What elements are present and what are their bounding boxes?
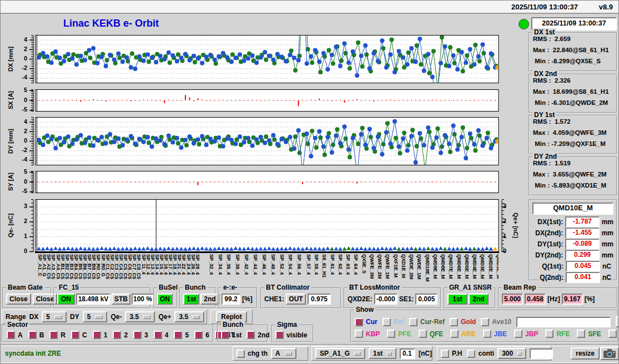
chg-sector-select[interactable]: A [271,348,296,359]
y-tick-label: 1 [14,232,27,239]
resize-button[interactable]: resize [571,347,600,360]
checkbox-4[interactable]: 4 [154,331,169,339]
checkbox-box[interactable] [450,318,458,326]
checkbox-cur[interactable]: Cur [355,318,378,326]
bunch-2nd-button[interactable]: 2nd [200,294,219,305]
checkbox-b[interactable]: B [28,331,44,339]
checkbox-box[interactable] [441,350,449,358]
ref-name-input[interactable] [516,317,611,327]
checkbox-1[interactable]: 1 [93,331,108,339]
bunch-select-group: Bunch 1st 2nd [179,287,216,309]
checkbox-label: Cur-Ref [420,318,445,326]
checkbox-cur-ref[interactable]: Cur-Ref [409,318,445,326]
bpm-x-label: SP_63_4 [345,254,351,275]
checkbox-visible[interactable]: visible [275,331,307,339]
checkbox-5[interactable]: 5 [174,331,189,339]
y-axis-label: DY [mm] [7,117,14,165]
checkbox-box[interactable] [450,330,459,338]
gra1-2nd-button[interactable]: 2nd [469,294,489,305]
bpm-x-label: QX5E_S [361,254,367,274]
range-dx-select[interactable]: 5 [42,311,67,322]
checkbox-gold[interactable]: Gold [450,318,476,326]
checkbox-2[interactable]: 2 [113,331,128,339]
checkbox-box[interactable] [28,331,37,339]
range-qe-plus-select[interactable]: 3.5 [174,311,204,322]
checkbox-1st[interactable]: 1st [221,331,241,339]
bpm-name-display[interactable]: QMD10E_M [532,203,613,215]
checkbox-box[interactable] [174,331,182,339]
sp-bpm-select[interactable]: SP_A1_G [315,348,365,359]
gra1-1st-button[interactable]: 1st [447,294,467,305]
checkbox-box[interactable] [93,331,101,339]
checkbox-2nd[interactable]: 2nd [246,331,269,339]
checkbox-chg-th[interactable]: chg th [236,350,268,358]
checkbox-box[interactable] [483,330,491,338]
checkbox-box[interactable] [383,318,391,326]
value-readout: -1.455 [565,228,599,239]
range-panel: Range DX 5 DY 5 Qe- 3.5 Qe+ 3.5 [2,310,207,324]
checkbox-box[interactable] [246,331,255,339]
checkbox-c[interactable]: C [71,331,87,339]
checkbox-box[interactable] [221,331,229,339]
checkbox-label: P.H [452,350,462,357]
checkbox-r[interactable]: R [49,331,66,339]
checkbox-box[interactable] [419,330,427,338]
checkbox-a[interactable]: A [7,331,23,339]
checkbox-6[interactable]: 6 [194,331,209,339]
checkbox-jbp[interactable]: JBP [514,330,538,338]
checkbox-sfe[interactable]: SFE [577,330,601,338]
checkbox-box[interactable] [71,331,79,339]
checkbox-box[interactable] [387,330,395,338]
fc15-on-button[interactable]: ON [57,294,75,305]
threshold-input[interactable] [400,348,415,359]
checkbox-box[interactable] [481,318,489,326]
checkbox-box[interactable] [355,330,363,338]
checkbox-box[interactable] [608,330,617,338]
checkbox-ave10[interactable]: Ave10 [481,318,511,326]
checkbox-box[interactable] [409,318,417,326]
range-qe-minus-select[interactable]: 3.5 [125,311,155,322]
checkbox-label: QFE [430,330,444,338]
range-dy-select[interactable]: 5 [83,311,108,322]
checkbox-box[interactable] [467,350,475,358]
checkbox-box[interactable] [154,331,162,339]
checkbox-box[interactable] [514,330,522,338]
fc15-stb-button[interactable]: STB [112,294,130,305]
checkbox-rfe[interactable]: RFE [545,330,570,338]
busel-on-button[interactable]: ON [157,294,173,305]
checkbox-box[interactable] [133,331,142,339]
checkbox-box[interactable] [194,331,203,339]
y-axis-label-right: Qe+ [nC] [512,199,519,251]
checkbox-box[interactable] [236,350,245,358]
checkbox-ref[interactable]: Ref [383,318,404,326]
checkbox-3[interactable]: 3 [133,331,148,339]
checkbox-qfe[interactable]: QFE [419,330,444,338]
checkbox-box[interactable] [113,331,121,339]
sp-bunch-select[interactable]: 1st [369,348,396,359]
checkbox-box[interactable] [49,331,58,339]
beam-gate-close-1-button[interactable]: Close [6,294,31,305]
dx-chart [27,35,510,84]
checkbox-kbp[interactable]: KBP [355,330,380,338]
checkbox-jbe[interactable]: JBE [483,330,507,338]
checkbox-box[interactable] [355,318,363,326]
checkbox-pfe[interactable]: PFE [387,330,411,338]
checkbox-box[interactable] [7,331,15,339]
che1-out-button[interactable]: OUT [286,294,306,305]
checkbox-box[interactable] [545,330,553,338]
extra-input[interactable] [530,348,553,359]
checkbox-are[interactable]: ARE [450,330,475,338]
set-ref-button[interactable]: Set Ref [616,316,619,327]
value-readout: -0.089 [565,239,599,250]
checkbox-zre[interactable]: ZRE [608,330,619,338]
value-readout: 0.299 [565,250,599,261]
checkbox-conti[interactable]: conti [467,350,494,358]
value-readout: 0.045 [566,261,600,272]
checkbox-box[interactable] [275,331,284,339]
checkbox-box[interactable] [577,330,585,338]
checkbox-p-h[interactable]: P.H [441,350,462,358]
bunch-1st-button[interactable]: 1st [183,294,199,305]
points-select[interactable]: 300 [497,348,526,359]
stats-title: DY 2nd [532,153,558,160]
screenshot-camera-button[interactable] [600,347,619,360]
